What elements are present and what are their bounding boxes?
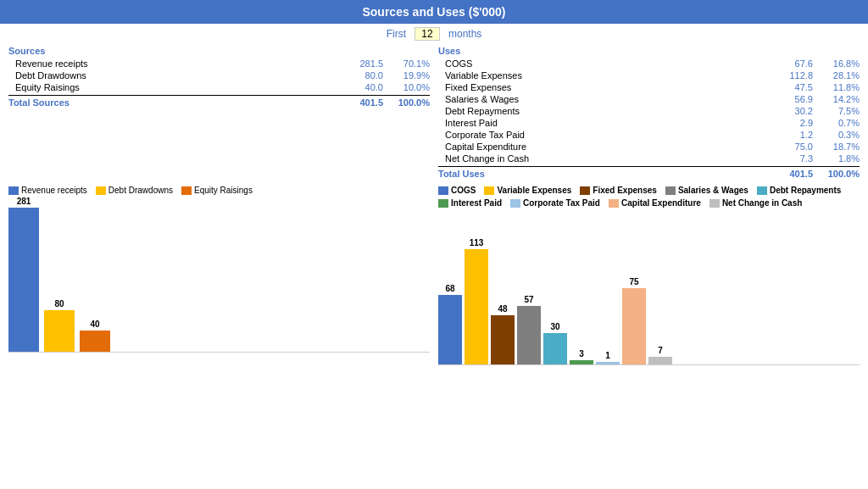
charts-area: Revenue receiptsDebt DrawdownsEquity Rai…: [0, 182, 868, 369]
table-row: Debt Repayments 30.2 7.5%: [438, 105, 860, 117]
legend-label: Capital Expenditure: [621, 198, 701, 208]
bar: [570, 360, 593, 364]
row-pct: 28.1%: [813, 70, 860, 81]
bar: [80, 331, 110, 352]
legend-label: Variable Expenses: [497, 186, 571, 195]
bar-label: 7: [658, 346, 663, 355]
bar: [622, 288, 646, 364]
row-pct: 10.0%: [383, 82, 430, 92]
legend-label: Equity Raisings: [194, 186, 253, 195]
table-row: Salaries & Wages 56.9 14.2%: [438, 93, 860, 105]
row-pct: 1.8%: [813, 153, 860, 164]
months-first-label: First: [387, 28, 406, 40]
legend-color: [8, 186, 19, 195]
bar-label: 30: [550, 322, 559, 331]
row-label: Revenue receipts: [8, 58, 337, 69]
legend-label: Debt Drawdowns: [108, 186, 173, 195]
row-value: 56.9: [766, 94, 813, 104]
bar-group: 30: [543, 322, 567, 364]
row-pct: 18.7%: [813, 142, 860, 152]
bar: [648, 357, 672, 364]
legend-item: Equity Raisings: [181, 186, 253, 195]
legend-label: Interest Paid: [451, 198, 502, 208]
bar-group: 57: [517, 295, 541, 364]
bar-group: 75: [622, 277, 646, 364]
row-value: 7.3: [766, 153, 813, 164]
row-pct: 14.2%: [813, 94, 860, 104]
row-label: Capital Expenditure: [438, 142, 766, 152]
legend-label: Debt Repayments: [770, 186, 841, 195]
sources-total-pct: 100.0%: [383, 97, 430, 108]
table-row: COGS 67.6 16.8%: [438, 58, 860, 69]
uses-chart-container: COGSVariable ExpensesFixed ExpensesSalar…: [438, 186, 860, 365]
sources-bar-chart: 281 80 40: [8, 200, 430, 353]
table-row: Corporate Tax Paid 1.2 0.3%: [438, 129, 860, 141]
row-label: Debt Drawdowns: [8, 70, 337, 81]
legend-color: [609, 199, 619, 208]
row-pct: 70.1%: [383, 58, 430, 69]
legend-color: [709, 199, 720, 208]
bar: [465, 249, 488, 364]
legend-item: Net Change in Cash: [709, 198, 802, 208]
row-pct: 7.5%: [813, 106, 860, 116]
uses-rows: COGS 67.6 16.8% Variable Expenses 112.8 …: [438, 58, 860, 164]
uses-total-pct: 100.0%: [813, 169, 860, 179]
bar-label: 57: [524, 295, 533, 304]
bar-group: 7: [648, 346, 672, 364]
bar: [596, 362, 620, 364]
bar: [543, 333, 567, 364]
row-pct: 11.8%: [813, 82, 860, 92]
row-label: Variable Expenses: [438, 70, 766, 81]
row-value: 80.0: [337, 70, 383, 81]
row-label: Debt Repayments: [438, 106, 766, 116]
bar: [438, 295, 462, 364]
bar-label: 80: [54, 299, 64, 308]
bar: [44, 310, 75, 352]
legend-color: [438, 199, 448, 208]
row-label: Interest Paid: [438, 118, 766, 128]
sources-legend: Revenue receiptsDebt DrawdownsEquity Rai…: [8, 186, 430, 195]
legend-item: Salaries & Wages: [665, 186, 748, 195]
bar-label: 40: [90, 320, 99, 329]
row-label: Net Change in Cash: [438, 153, 766, 164]
row-label: Corporate Tax Paid: [438, 130, 766, 140]
months-row: First months: [0, 24, 868, 44]
bar-group: 113: [465, 238, 488, 364]
row-value: 40.0: [337, 82, 383, 92]
sources-title: Sources: [8, 46, 430, 56]
bar: [517, 306, 541, 364]
legend-item: Revenue receipts: [8, 186, 87, 195]
table-row: Variable Expenses 112.8 28.1%: [438, 69, 860, 81]
uses-bar-chart: 68 113 48 57 30 3 1 75 7: [438, 213, 860, 365]
legend-color: [580, 186, 590, 195]
legend-color: [484, 186, 494, 195]
table-row: Net Change in Cash 7.3 1.8%: [438, 153, 860, 164]
uses-legend: COGSVariable ExpensesFixed ExpensesSalar…: [438, 186, 860, 208]
row-pct: 0.3%: [813, 130, 860, 140]
sources-section: Sources Revenue receipts 281.5 70.1% Deb…: [8, 46, 430, 181]
sources-total-value: 401.5: [337, 97, 383, 108]
legend-item: Corporate Tax Paid: [510, 198, 600, 208]
row-value: 67.6: [766, 58, 813, 69]
page-title: Sources and Uses ($'000): [0, 0, 868, 24]
uses-total-value: 401.5: [766, 169, 813, 179]
legend-label: Salaries & Wages: [678, 186, 748, 195]
legend-item: COGS: [438, 186, 476, 195]
months-end-label: months: [448, 28, 481, 40]
bar-label: 75: [629, 277, 638, 286]
bar-label: 281: [17, 197, 31, 206]
legend-item: Variable Expenses: [484, 186, 571, 195]
legend-color: [96, 186, 106, 195]
months-input[interactable]: [415, 27, 440, 41]
row-pct: 16.8%: [813, 58, 860, 69]
sources-rows: Revenue receipts 281.5 70.1% Debt Drawdo…: [8, 58, 430, 93]
bar-group: 281: [8, 197, 39, 352]
bar: [491, 315, 515, 364]
main-content: Sources Revenue receipts 281.5 70.1% Deb…: [0, 44, 868, 182]
table-row: Fixed Expenses 47.5 11.8%: [438, 81, 860, 93]
row-label: COGS: [438, 58, 766, 69]
uses-total-row: Total Uses 401.5 100.0%: [438, 166, 860, 181]
table-row: Capital Expenditure 75.0 18.7%: [438, 141, 860, 153]
bar-group: 80: [44, 299, 75, 352]
legend-item: Debt Repayments: [757, 186, 841, 195]
